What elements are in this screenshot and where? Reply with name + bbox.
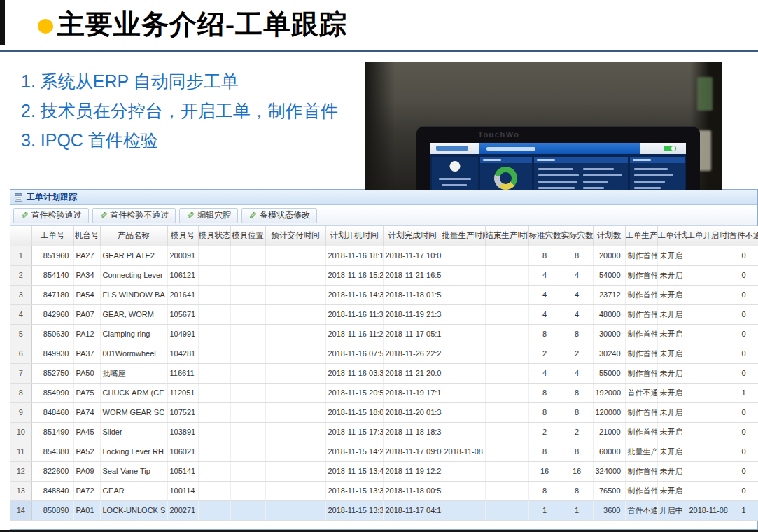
table-cell <box>485 265 528 285</box>
table-cell: PA74 <box>73 402 100 422</box>
table-cell <box>485 324 528 344</box>
table-cell: 未开启 <box>657 383 687 402</box>
column-header[interactable]: 产品名称 <box>100 226 167 246</box>
table-cell: 0 <box>729 363 758 383</box>
table-cell: 1 <box>729 500 758 520</box>
table-cell <box>230 285 265 304</box>
table-cell: 2018-11-18 18:34 <box>383 422 442 442</box>
table-row[interactable]: 8854990PA75CHUCK ARM (CE1120512018-11-15… <box>10 383 758 402</box>
table-row[interactable]: 3847180PA54FLS WINDOW BA2016412018-11-16… <box>10 285 758 304</box>
table-cell <box>442 461 485 481</box>
table-cell: 116611 <box>167 363 198 383</box>
table-cell: 30000 <box>593 324 625 344</box>
table-row[interactable]: 12822600PA09Seal-Vane Tip1051412018-11-1… <box>10 461 758 481</box>
table-cell <box>485 500 528 520</box>
screen-panel-status <box>480 157 532 190</box>
table-cell <box>442 344 485 363</box>
column-header[interactable] <box>10 226 31 246</box>
table-cell: 8 <box>528 383 561 402</box>
table-cell: 未开启 <box>657 265 687 285</box>
monitor-screen <box>430 143 686 190</box>
table-cell <box>687 461 729 481</box>
column-header[interactable]: 标准穴数 <box>528 226 561 246</box>
table-cell <box>265 246 325 265</box>
slide-title: 主要业务介绍-工单跟踪 <box>57 6 687 43</box>
table-cell: 未开启 <box>657 246 687 265</box>
table-cell: 0 <box>729 324 758 344</box>
table-row[interactable]: 6849930PA37001Wormwheel1042812018-11-16 … <box>10 344 758 363</box>
workflow-steps: 1. 系统从ERP 自动同步工单2. 技术员在分控台，开启工单，制作首件3. I… <box>21 67 365 155</box>
column-header[interactable]: 结束生产时间 <box>485 226 528 246</box>
column-header[interactable]: 模具位置 <box>230 226 265 246</box>
toolbar-button[interactable]: ✎编辑穴腔 <box>179 208 238 223</box>
toolbar-button-label: 首件检验不通过 <box>110 209 169 221</box>
table-cell <box>485 344 528 363</box>
toolbar-button[interactable]: ✎备模状态修改 <box>241 208 317 223</box>
table-cell: 104281 <box>167 344 198 363</box>
table-cell: 2018-11-17 10:07 <box>383 246 442 265</box>
column-header[interactable]: 机台号 <box>73 226 100 246</box>
table-cell: 201641 <box>167 285 198 304</box>
table-row[interactable]: 9848460PA74WORM GEAR SC1075212018-11-15 … <box>10 402 758 422</box>
table-cell <box>265 442 325 461</box>
column-header[interactable]: 实际穴数 <box>561 226 593 246</box>
column-header[interactable]: 工单生产进 <box>625 226 657 246</box>
pencil-icon: ✎ <box>186 211 195 220</box>
table-cell <box>265 285 325 304</box>
table-cell: 制作首件 <box>625 363 657 383</box>
column-header[interactable]: 工单号 <box>31 226 73 246</box>
toolbar-button-label: 备模状态修改 <box>260 209 310 221</box>
table-row[interactable]: 13848840PA72GEAR1001142018-11-15 13:3820… <box>10 481 758 500</box>
table-cell: 2018-11-21 16:51 <box>383 265 442 285</box>
table-cell <box>485 442 528 461</box>
table-cell <box>198 481 230 500</box>
table-cell: 2018-11-19 17:17 <box>383 383 442 402</box>
table-row[interactable]: 7852750PA50批嘴座1166112018-11-16 03:362018… <box>10 363 758 383</box>
column-header[interactable]: 批量生产时间 <box>442 226 485 246</box>
column-header[interactable]: 预计交付时间 <box>265 226 325 246</box>
table-cell: 2018-11-08 17 <box>687 500 729 520</box>
table-cell: 16 <box>561 461 593 481</box>
column-header[interactable]: 模具号 <box>167 226 198 246</box>
touch-monitor: TouchWo <box>416 126 700 190</box>
table-cell <box>265 363 325 383</box>
table-cell: 4 <box>528 265 561 285</box>
table-cell: 8 <box>528 402 561 422</box>
column-header[interactable]: 工单开启时间 <box>687 226 729 246</box>
table-row[interactable]: 2854140PA34Connecting Lever1061212018-11… <box>10 265 758 285</box>
table-row[interactable]: 10851490PA45Slider1038912018-11-15 17:33… <box>10 422 758 442</box>
table-cell <box>230 481 265 500</box>
table-cell: 1 <box>561 500 593 520</box>
column-header[interactable]: 工单计划状 <box>657 226 687 246</box>
table-cell <box>198 246 230 265</box>
table-cell <box>485 481 528 500</box>
table-cell: 首件不通过 <box>625 383 657 402</box>
column-header[interactable]: 首件不通 <box>729 226 758 246</box>
row-number-cell: 8 <box>10 383 31 402</box>
column-header[interactable]: 模具状态 <box>198 226 230 246</box>
table-cell: 8 <box>528 481 561 500</box>
table-row[interactable]: 4842960PA07GEAR, WORM1056712018-11-16 11… <box>10 304 758 324</box>
table-cell: 2018-11-26 22:27 <box>383 344 442 363</box>
column-header[interactable]: 计划开机时间 <box>325 226 383 246</box>
window-title: 工单计划跟踪 <box>27 191 77 203</box>
table-cell: Clamping ring <box>100 324 167 344</box>
table-cell <box>687 265 729 285</box>
table-row[interactable]: 5850630PA12Clamping ring1049912018-11-16… <box>10 324 758 344</box>
table-cell: 制作首件 <box>625 246 657 265</box>
table-cell: 0 <box>729 285 758 304</box>
table-cell: 1 <box>729 383 758 402</box>
table-row[interactable]: 11854380PA52Locking Lever RH1060212018-1… <box>10 442 758 461</box>
column-header[interactable]: 计划数 <box>593 226 625 246</box>
table-cell <box>485 304 528 324</box>
table-row[interactable]: 14850890PA01LOCK-UNLOCK S2002712018-11-1… <box>10 500 758 520</box>
column-header[interactable]: 计划完成时间 <box>383 226 442 246</box>
table-cell <box>687 324 729 344</box>
table-cell: PA27 <box>73 246 100 265</box>
toolbar-button[interactable]: ✎首件检验通过 <box>13 208 89 223</box>
table-cell <box>442 363 485 383</box>
table-cell: PA75 <box>73 383 100 402</box>
table-row[interactable]: 1851960PA27GEAR PLATE22000912018-11-16 1… <box>10 246 758 265</box>
table-cell: 851490 <box>31 422 73 442</box>
toolbar-button[interactable]: ✎首件检验不通过 <box>92 208 176 223</box>
